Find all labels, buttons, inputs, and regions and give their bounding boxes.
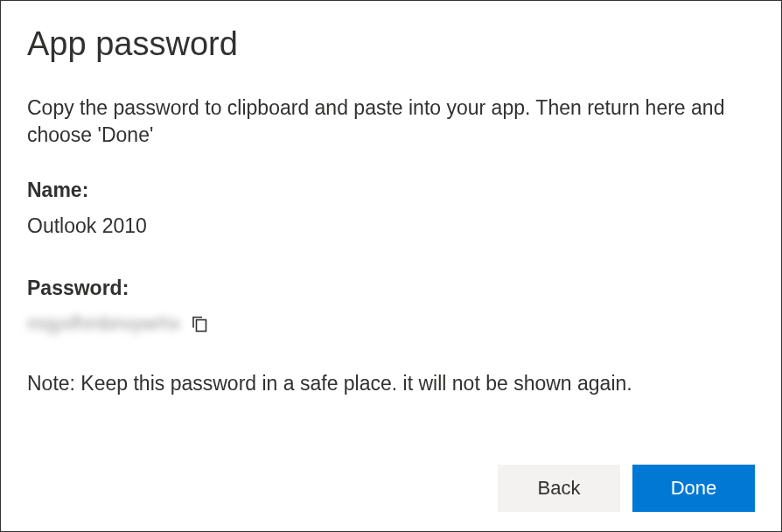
done-button[interactable]: Done <box>632 465 755 512</box>
password-label: Password: <box>27 276 755 300</box>
svg-rect-0 <box>196 320 206 332</box>
app-password-panel: App password Copy the password to clipbo… <box>0 0 782 532</box>
back-button[interactable]: Back <box>498 465 620 512</box>
name-value: Outlook 2010 <box>27 214 755 238</box>
name-label: Name: <box>27 178 755 202</box>
password-value: mqyxfhmbnvywrhx <box>27 312 180 335</box>
button-row: Back Done <box>498 465 755 512</box>
page-title: App password <box>27 25 755 63</box>
instruction-text: Copy the password to clipboard and paste… <box>27 94 755 149</box>
password-row: mqyxfhmbnvywrhx <box>27 312 755 335</box>
note-text: Note: Keep this password in a safe place… <box>27 370 755 397</box>
copy-icon[interactable] <box>189 313 210 334</box>
